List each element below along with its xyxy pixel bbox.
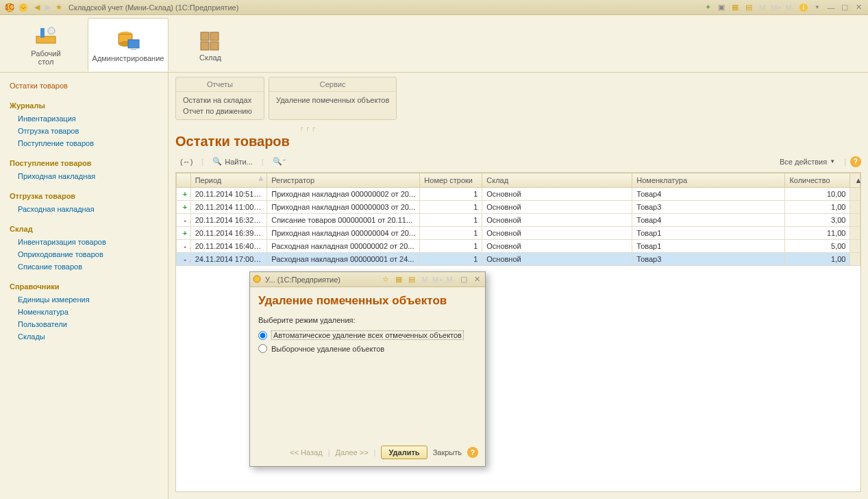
find-button[interactable]: 🔍 Найти...	[208, 155, 258, 168]
calendar-icon[interactable]: ▤	[743, 3, 754, 12]
radio-selective-delete[interactable]: Выборочное удаление объектов	[258, 342, 477, 355]
service-link[interactable]: Удаление помеченных объектов	[276, 95, 389, 106]
service-panel: Сервис Удаление помеченных объектов	[269, 77, 397, 120]
nav-link[interactable]: Оприходование товаров	[10, 248, 158, 260]
table-row[interactable]: +20.11.2014 10:51:35Приходная накладная …	[177, 188, 860, 201]
nav-link[interactable]: Склады	[10, 330, 158, 343]
col-registrar[interactable]: Регистратор	[267, 173, 420, 188]
minimize-icon[interactable]: —	[826, 3, 836, 12]
favorite-star-icon[interactable]: ★	[53, 3, 64, 12]
calculator-icon[interactable]: ▦	[393, 275, 404, 284]
maximize-icon[interactable]: ▢	[458, 275, 469, 284]
m-plus-icon: M+	[771, 3, 782, 12]
scroll-track[interactable]	[850, 201, 860, 214]
nav-link[interactable]: Расходная накладная	[10, 203, 158, 215]
close-icon[interactable]: ✕	[853, 3, 864, 12]
section-label: Рабочий стол	[31, 49, 60, 66]
nav-link[interactable]: Поступление товаров	[10, 137, 158, 149]
radio-input[interactable]	[258, 344, 267, 353]
radio-auto-delete[interactable]: Автоматическое удаление всех отмеченных …	[258, 328, 477, 342]
section-label: Администрирование	[92, 54, 164, 62]
radio-label: Автоматическое удаление всех отмеченных …	[271, 330, 464, 340]
col-warehouse[interactable]: Склад	[482, 173, 632, 188]
nav-link-remains[interactable]: Остатки товаров	[10, 80, 158, 92]
panel-grip-icon[interactable]: ┌ ┌ ┌	[299, 124, 861, 131]
page-title: Остатки товаров	[175, 134, 861, 149]
window-list-icon[interactable]: ▣	[716, 3, 727, 12]
toolbar: (↔) | 🔍 Найти... | 🔍⁻ Все действия ▼ | ?	[175, 154, 861, 172]
close-icon[interactable]: ✕	[471, 275, 482, 284]
table-row[interactable]: -20.11.2014 16:40:10Расходная накладная …	[177, 240, 860, 253]
col-qty[interactable]: Количество	[785, 173, 850, 188]
section-desktop[interactable]: Рабочий стол	[5, 18, 86, 71]
cell-registrar: Приходная накладная 000000004 от 20...	[267, 227, 420, 240]
dropdown-icon[interactable]	[18, 2, 29, 13]
nav-link[interactable]: Отгрузка товаров	[10, 125, 158, 137]
close-button[interactable]: Закрыть	[433, 448, 462, 457]
cell-line: 1	[420, 188, 482, 201]
dialog-footer: << Назад | Далее >> | Удалить Закрыть ?	[250, 441, 485, 466]
help-icon[interactable]: ?	[467, 447, 478, 458]
cell-period: 24.11.2014 17:00:12	[190, 253, 267, 266]
nav-group: Журналы	[10, 101, 158, 110]
scroll-track[interactable]	[850, 214, 860, 227]
nav-forward-icon: ▶	[42, 3, 53, 12]
scroll-track[interactable]: ▲	[850, 173, 860, 188]
scroll-track[interactable]	[850, 227, 860, 240]
add-favorite-icon[interactable]: ✦	[702, 3, 713, 12]
app-title: Складской учет (Мини-Склад) (1С:Предприя…	[69, 3, 238, 12]
panel-head: Отчеты	[176, 77, 264, 92]
nav-back-icon[interactable]: ◀	[32, 3, 42, 12]
col-icon[interactable]	[177, 173, 191, 188]
table-row[interactable]: +20.11.2014 11:00:21Приходная накладная …	[177, 201, 860, 214]
info-dropdown-icon[interactable]: ▼	[812, 3, 823, 12]
calculator-icon[interactable]: ▦	[730, 3, 741, 12]
table-row[interactable]: -20.11.2014 16:32:39Списание товаров 000…	[177, 214, 860, 227]
maximize-icon[interactable]: ▢	[839, 3, 850, 12]
all-actions-button[interactable]: Все действия ▼	[775, 156, 840, 168]
scroll-track[interactable]	[850, 240, 860, 253]
cell-period: 20.11.2014 11:00:21	[190, 201, 267, 214]
report-link[interactable]: Остатки на складах	[183, 95, 257, 106]
col-item[interactable]: Номенклатура	[632, 173, 785, 188]
calendar-icon[interactable]: ▤	[406, 275, 417, 284]
nav-link[interactable]: Инвентаризация	[10, 112, 158, 125]
col-line[interactable]: Номер строки	[420, 173, 482, 188]
logo-1c-icon: 1С	[4, 2, 15, 13]
cell-qty: 11,00	[785, 227, 850, 240]
favorite-star-icon[interactable]: ☆	[380, 275, 391, 284]
section-admin[interactable]: Администрирование	[88, 18, 169, 71]
clear-filter-button[interactable]: 🔍⁻	[268, 155, 291, 168]
nav-link[interactable]: Номенклатура	[10, 306, 158, 318]
section-warehouse[interactable]: Склад	[170, 18, 251, 71]
cell-item: Товар3	[632, 201, 785, 214]
nav-link[interactable]: Приходная накладная	[10, 170, 158, 182]
radio-input[interactable]	[258, 331, 267, 340]
svg-point-2	[19, 3, 27, 12]
help-icon[interactable]: ?	[850, 156, 861, 167]
nav-link[interactable]: Списание товаров	[10, 260, 158, 273]
m-minus-icon: M-	[784, 3, 795, 12]
m-minus-icon: M-	[445, 275, 456, 284]
report-link[interactable]: Отчет по движению	[183, 106, 257, 117]
admin-icon	[114, 28, 142, 53]
plus-icon: +	[181, 229, 189, 237]
scroll-track[interactable]	[850, 253, 860, 266]
nav-link[interactable]: Единицы измерения	[10, 293, 158, 306]
warehouse-icon	[197, 27, 224, 52]
table-row[interactable]: +20.11.2014 16:39:39Приходная накладная …	[177, 227, 860, 240]
delete-button[interactable]: Удалить	[381, 446, 427, 459]
magnifier-icon: 🔍	[212, 157, 222, 166]
col-period[interactable]: Период≙	[190, 173, 267, 188]
cell-registrar: Расходная накладная 000000002 от 20...	[267, 240, 420, 253]
cell-registrar: Приходная накладная 000000002 от 20...	[267, 188, 420, 201]
table-row[interactable]: -24.11.2014 17:00:12Расходная накладная …	[177, 253, 860, 266]
nav-link[interactable]: Пользователи	[10, 318, 158, 330]
scroll-track[interactable]	[850, 188, 860, 201]
toggle-width-button[interactable]: (↔)	[175, 156, 197, 168]
info-icon[interactable]: i	[798, 3, 809, 12]
cell-item: Товар1	[632, 240, 785, 253]
cell-item: Товар1	[632, 227, 785, 240]
nav-link[interactable]: Инвентаризация товаров	[10, 236, 158, 248]
cell-period: 20.11.2014 16:40:10	[190, 240, 267, 253]
